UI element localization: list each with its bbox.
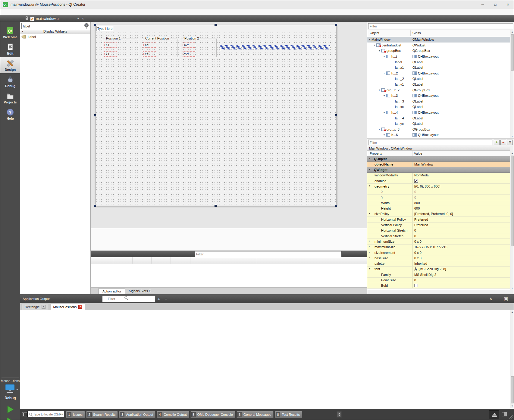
property-row[interactable]: › baseSize A0 x 0 xyxy=(367,255,510,261)
tree-row[interactable]: ▾ h...t QHBoxLayout xyxy=(367,54,510,59)
form-label[interactable]: Xc: xyxy=(143,42,156,48)
form-toolbar-icon[interactable] xyxy=(98,16,102,21)
form-toolbar-icon[interactable] xyxy=(114,16,119,21)
expander-icon[interactable]: ▾ xyxy=(369,157,370,160)
tree-row[interactable]: label QLabel xyxy=(367,59,510,65)
property-value[interactable]: A xyxy=(412,178,510,183)
property-row[interactable]: palette AInherited xyxy=(367,261,510,267)
property-value[interactable]: A0 x 0 xyxy=(412,239,510,244)
tab-action-editor[interactable]: Action Editor xyxy=(99,288,125,294)
property-row[interactable]: enabled A xyxy=(367,178,510,184)
column-value[interactable]: Value xyxy=(414,152,422,155)
tree-row[interactable]: ▾ h...3 QHBoxLayout xyxy=(367,93,510,99)
form-toolbar-icon[interactable] xyxy=(109,16,113,21)
expander-icon[interactable]: ▾ xyxy=(369,185,370,187)
column-header[interactable] xyxy=(152,257,171,264)
property-row[interactable]: Family AMS Shell Dlg 2 xyxy=(367,272,510,277)
start-debugging-button[interactable] xyxy=(5,416,15,420)
property-value[interactable]: APreferred xyxy=(412,223,510,228)
column-header[interactable] xyxy=(171,257,190,264)
property-scrollbar[interactable]: ▲▼ xyxy=(510,151,514,290)
configure-property-button[interactable]: ⚙ xyxy=(507,140,513,145)
property-value[interactable]: A16777215 x 16777215 xyxy=(412,245,510,250)
form-toolbar-icon[interactable] xyxy=(92,16,97,21)
menu-placeholder[interactable]: Type Here xyxy=(96,26,113,31)
expander-icon[interactable]: ▾ xyxy=(369,267,370,270)
property-row[interactable]: windowModality ANonModal xyxy=(367,173,510,178)
resize-handle[interactable] xyxy=(215,24,217,26)
property-row[interactable]: Vertical Policy APreferred xyxy=(367,223,510,228)
sidebar-item-debug[interactable]: Debug xyxy=(0,73,20,90)
property-value[interactable]: A0 xyxy=(412,189,510,194)
expander-icon[interactable]: ▾ xyxy=(378,49,381,52)
maximize-button[interactable]: □ xyxy=(489,0,502,9)
locator-input[interactable] xyxy=(27,411,64,417)
right-sidebar-toggle-icon[interactable] xyxy=(502,412,507,416)
document-close-icon[interactable]: × xyxy=(82,17,84,21)
remove-property-button[interactable]: − xyxy=(500,140,506,145)
property-value[interactable]: A0 xyxy=(412,228,510,233)
object-tree-scrollbar[interactable]: ▲▼ xyxy=(510,30,514,138)
tree-row[interactable]: la..._4 QLabel xyxy=(367,115,510,121)
column-header[interactable] xyxy=(94,257,113,264)
form-label[interactable]: X1: xyxy=(104,42,117,48)
zoom-out-button[interactable]: − xyxy=(162,296,170,302)
property-value[interactable]: A xyxy=(412,283,510,288)
status-pane-button[interactable]: 6 General Messages xyxy=(237,411,274,418)
column-header[interactable] xyxy=(133,257,152,264)
property-value[interactable]: A0 x 0 xyxy=(412,255,510,261)
property-row[interactable]: Height A600 xyxy=(367,206,510,211)
expand-pane-button[interactable]: ▣ xyxy=(502,296,509,302)
run-button[interactable] xyxy=(5,404,15,415)
form-label[interactable]: X2: xyxy=(183,42,195,48)
property-row[interactable]: X A0 xyxy=(367,189,510,195)
property-row[interactable]: ▾ font A[MS Shell Dlg 2, 8] xyxy=(367,267,510,272)
form-label[interactable]: Yc: xyxy=(143,51,156,57)
add-property-button[interactable]: + xyxy=(494,140,500,145)
widget-filter-input[interactable] xyxy=(21,23,86,29)
output-filter-input[interactable] xyxy=(102,296,155,302)
menu-item[interactable] xyxy=(45,11,51,13)
document-selector[interactable]: mainwindow.ui ▾ × xyxy=(26,17,87,21)
property-value[interactable]: AMS Shell Dlg 2 xyxy=(412,272,510,277)
tree-row[interactable]: la..._2 QLabel xyxy=(367,76,510,82)
output-scrollbar[interactable]: ▲▼ xyxy=(510,310,514,408)
form-group-box[interactable]: Current Position Xc: Yc: xyxy=(142,39,177,57)
resize-handle[interactable] xyxy=(94,114,96,116)
tree-row[interactable]: ▾ h...4 QHBoxLayout xyxy=(367,110,510,115)
checkbox[interactable] xyxy=(414,179,418,183)
object-filter-input[interactable] xyxy=(368,23,513,29)
column-object[interactable]: Object xyxy=(370,31,379,35)
close-icon[interactable]: × xyxy=(42,305,45,309)
column-property[interactable]: Property xyxy=(370,152,382,155)
resize-handle[interactable] xyxy=(215,205,217,207)
form-label[interactable]: Y2: xyxy=(183,51,195,57)
form-toolbar-icon[interactable] xyxy=(147,16,151,21)
chevron-down-icon[interactable]: ▾ xyxy=(77,17,79,20)
column-header[interactable] xyxy=(113,257,133,264)
tree-row[interactable]: la..._3 QLabel xyxy=(367,99,510,104)
form-group-box[interactable]: Position 1 X1: Y1: xyxy=(103,39,138,57)
tree-row[interactable]: ▾ h...6 QHBoxLayout xyxy=(367,132,510,138)
expander-icon[interactable]: ▾ xyxy=(382,94,386,97)
property-value[interactable]: AInherited xyxy=(412,261,510,266)
form-toolbar-icon[interactable] xyxy=(120,16,124,21)
form-toolbar-icon[interactable] xyxy=(87,16,92,21)
property-row[interactable]: objectName AMainWindow xyxy=(367,162,510,167)
form-toolbar-icon[interactable] xyxy=(125,16,130,21)
pane-spinner[interactable] xyxy=(337,411,342,418)
tree-row[interactable]: la...xc QLabel xyxy=(367,104,510,110)
expander-icon[interactable]: › xyxy=(369,240,370,242)
close-button[interactable]: × xyxy=(502,0,514,9)
property-row[interactable]: ▾ geometry A[(0, 0), 800 x 600] xyxy=(367,184,510,189)
status-pane-button[interactable]: 4 Compile Output xyxy=(157,411,189,418)
property-value[interactable]: A[MS Shell Dlg 2, 8] xyxy=(412,267,510,272)
menu-item[interactable] xyxy=(3,11,9,13)
expander-icon[interactable]: ▾ xyxy=(373,44,376,46)
property-row[interactable]: Y A0 xyxy=(367,195,510,200)
sidebar-item-projects[interactable]: Projects xyxy=(0,90,20,106)
property-value[interactable]: A0 x 0 xyxy=(412,250,510,255)
sidebar-item-design[interactable]: Design xyxy=(0,57,20,73)
expander-icon[interactable]: ▾ xyxy=(378,128,381,131)
expander-icon[interactable]: › xyxy=(369,256,370,259)
